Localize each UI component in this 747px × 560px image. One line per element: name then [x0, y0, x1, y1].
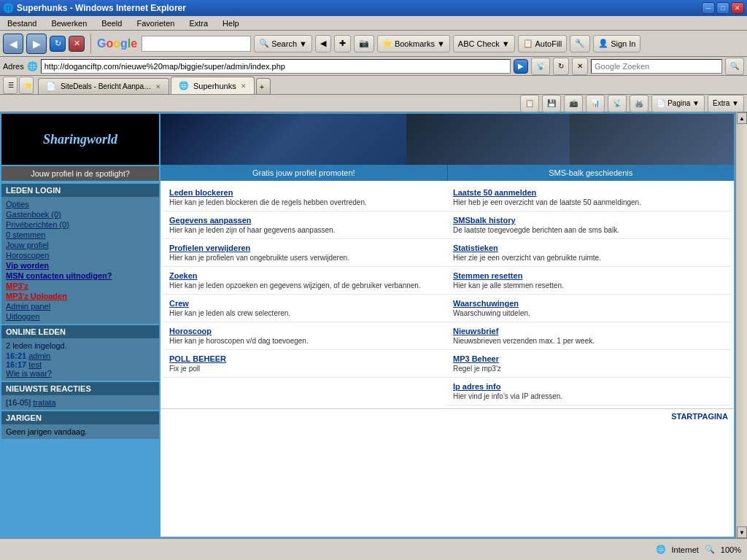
online-user-test-link[interactable]: test — [28, 360, 42, 369]
menu-bewerken[interactable]: Bewerken — [47, 18, 91, 29]
address-go-btn[interactable]: ▶ — [514, 59, 528, 74]
admin-link-statistieken[interactable]: Statistieken — [453, 244, 725, 252]
menu-favorieten[interactable]: Favorieten — [132, 18, 179, 29]
autofill-button[interactable]: 📋 AutoFill — [518, 35, 568, 52]
scroll-down-btn[interactable]: ▼ — [737, 526, 747, 538]
admin-link-gegevens[interactable]: Gegevens aanpassen — [169, 216, 441, 225]
toolbar-nav-btn[interactable]: ◀ — [315, 35, 331, 52]
admin-link-stemmen[interactable]: Stemmen resetten — [453, 271, 725, 280]
sidebar: Sharingworld Jouw profiel in de spotligh… — [0, 112, 160, 538]
signin-button[interactable]: 👤 Sign In — [593, 35, 640, 52]
scroll-up-btn[interactable]: ▲ — [737, 112, 747, 124]
admin-tab-sms[interactable]: SMS-balk geschiedenis — [448, 165, 735, 181]
tab-fav-btn[interactable]: ⭐ — [19, 77, 34, 94]
sidebar-admin[interactable]: Admin panel — [6, 302, 155, 311]
close-button[interactable]: ✕ — [731, 2, 744, 14]
bookmarks-button[interactable]: ⭐ Bookmarks ▼ — [377, 35, 450, 52]
check-button[interactable]: ABC Check ▼ — [453, 35, 515, 52]
back-button[interactable]: ◀ — [3, 34, 23, 54]
sec-btn-4[interactable]: 📊 — [586, 95, 605, 112]
tab-superhunks[interactable]: 🌐 Superhunks ✕ — [171, 77, 255, 94]
address-refresh[interactable]: ↻ — [553, 58, 569, 75]
ie-search-btn[interactable]: 🔍 — [725, 58, 744, 75]
google-search-button[interactable]: 🔍 Search ▼ — [254, 35, 312, 52]
sidebar-stemmen[interactable]: 0 stemmen — [6, 230, 155, 239]
admin-item-stemmen: Stemmen resetten Hier kan je alle stemme… — [447, 267, 731, 295]
header-img-3 — [570, 114, 734, 165]
admin-link-mp3[interactable]: MP3 Beheer — [453, 354, 725, 363]
admin-link-waarschuwingen[interactable]: Waarschuwingen — [453, 299, 725, 308]
admin-tab-promoten[interactable]: Gratis jouw profiel promoten! — [160, 165, 448, 181]
spotlight-text: Jouw profiel in de spotlight? — [1, 166, 159, 181]
login-header: LEDEN LOGIN — [1, 184, 159, 197]
sidebar-mp3[interactable]: MP3'z — [6, 281, 155, 290]
wie-is-waar-link[interactable]: Wie is waar? — [6, 369, 52, 378]
sidebar-mp3-upload[interactable]: MP3'z Uploaden — [6, 292, 155, 300]
sec-btn-2[interactable]: 💾 — [542, 95, 561, 112]
tab-sitedeals-close[interactable]: ✕ — [155, 83, 161, 90]
startpage-link[interactable]: STARTPAGINA — [160, 408, 734, 424]
menu-beeld[interactable]: Beeld — [97, 18, 126, 29]
admin-link-smsbalk[interactable]: SMSbalk history — [453, 216, 725, 225]
admin-link-nieuwsbrief[interactable]: Nieuwsbrief — [453, 327, 725, 335]
menu-extra[interactable]: Extra — [185, 18, 212, 29]
admin-link-poll[interactable]: POLL BEHEER — [169, 354, 441, 363]
minimize-button[interactable]: ─ — [702, 2, 715, 14]
admin-desc-statistieken: Hier zie je een overzicht van gebruikte … — [453, 254, 725, 262]
admin-link-horoscoop[interactable]: Horoscoop — [169, 327, 441, 335]
sidebar-opties[interactable]: Opties — [6, 200, 155, 209]
new-tab-btn[interactable]: + — [256, 78, 271, 94]
zone-text: Internet — [672, 545, 699, 554]
sidebar-uitloggen[interactable]: Uitloggen — [6, 312, 155, 321]
online-user-admin-link[interactable]: admin — [28, 351, 50, 360]
reacties-header: NIEUWSTE REACTIES — [1, 382, 159, 395]
toolbar-camera-btn[interactable]: 📷 — [354, 35, 374, 52]
admin-item-gegevens: Gegevens aanpassen Hier kan je leden zij… — [163, 211, 447, 239]
sec-btn-8[interactable]: Extra ▼ — [708, 95, 744, 112]
address-bar: Adres 🌐 ▶ 📡 ↻ ✕ 🔍 — [0, 57, 747, 76]
ie-search-input[interactable] — [591, 59, 722, 74]
admin-link-laatste50[interactable]: Laatste 50 aanmelden — [453, 188, 725, 197]
admin-desc-zoeken: Hier kan je leden opzoeken en gegevens w… — [169, 281, 441, 289]
admin-link-profielen[interactable]: Profielen verwijderen — [169, 244, 441, 252]
admin-item-laatste50: Laatste 50 aanmelden Hier heb je een ove… — [447, 184, 731, 211]
sec-btn-1[interactable]: 📋 — [520, 95, 539, 112]
sidebar-profiel[interactable]: Jouw profiel — [6, 241, 155, 249]
tab-sitedeals[interactable]: 📄 SiteDeals - Bericht Aanpassen ✕ — [38, 78, 169, 94]
reacties-section: NIEUWSTE REACTIES [16-05] tratata — [1, 382, 159, 410]
sidebar-horoscopen[interactable]: Horoscopen — [6, 251, 155, 260]
admin-link-blockeren[interactable]: Leden blockeren — [169, 188, 441, 197]
sidebar-msn[interactable]: MSN contacten uitnodigen? — [6, 271, 155, 280]
wrench-button[interactable]: 🔧 — [570, 35, 590, 52]
sidebar-vip[interactable]: Vip worden — [6, 261, 155, 270]
admin-link-ip[interactable]: Ip adres info — [453, 382, 725, 391]
address-input[interactable] — [41, 59, 511, 74]
tab-superhunks-close[interactable]: ✕ — [241, 82, 247, 90]
tabs-bar: ☰ ⭐ 📄 SiteDeals - Bericht Aanpassen ✕ 🌐 … — [0, 76, 747, 95]
sec-btn-5[interactable]: 📡 — [608, 95, 627, 112]
sidebar-priveberichten[interactable]: Privéberichten (0) — [6, 220, 155, 229]
sidebar-gastenboek[interactable]: Gastenboek (0) — [6, 210, 155, 219]
maximize-button[interactable]: □ — [716, 2, 729, 14]
stop-button[interactable]: ✕ — [69, 36, 85, 52]
menu-help[interactable]: Help — [218, 18, 244, 29]
admin-link-crew[interactable]: Crew — [169, 299, 441, 308]
google-search-input[interactable] — [142, 36, 251, 52]
tab-list-btn[interactable]: ☰ — [3, 77, 18, 94]
address-stop[interactable]: ✕ — [572, 58, 588, 75]
sec-btn-6[interactable]: 🖨️ — [630, 95, 649, 112]
sec-btn-3[interactable]: 📠 — [564, 95, 583, 112]
toolbar-plus-btn[interactable]: ✚ — [334, 35, 351, 52]
admin-right-col: Laatste 50 aanmelden Hier heb je een ove… — [447, 184, 731, 405]
rss-button[interactable]: 📡 — [531, 58, 550, 75]
reactie-link[interactable]: tratata — [33, 398, 55, 407]
scrollbar[interactable]: ▲ ▼ — [735, 112, 747, 538]
menu-bestand[interactable]: Bestand — [3, 18, 41, 29]
forward-button[interactable]: ▶ — [26, 34, 47, 54]
admin-item-horoscoop: Horoscoop Hier kan je horoscopen v/d dag… — [163, 322, 447, 350]
admin-item-blockeren: Leden blockeren Hier kan je leden blocke… — [163, 184, 447, 211]
refresh-button[interactable]: ↻ — [50, 36, 66, 52]
admin-link-zoeken[interactable]: Zoeken — [169, 271, 441, 280]
magnifier-icon: 🔍 — [259, 39, 269, 48]
sec-btn-7[interactable]: 📄 Pagina ▼ — [651, 95, 705, 112]
